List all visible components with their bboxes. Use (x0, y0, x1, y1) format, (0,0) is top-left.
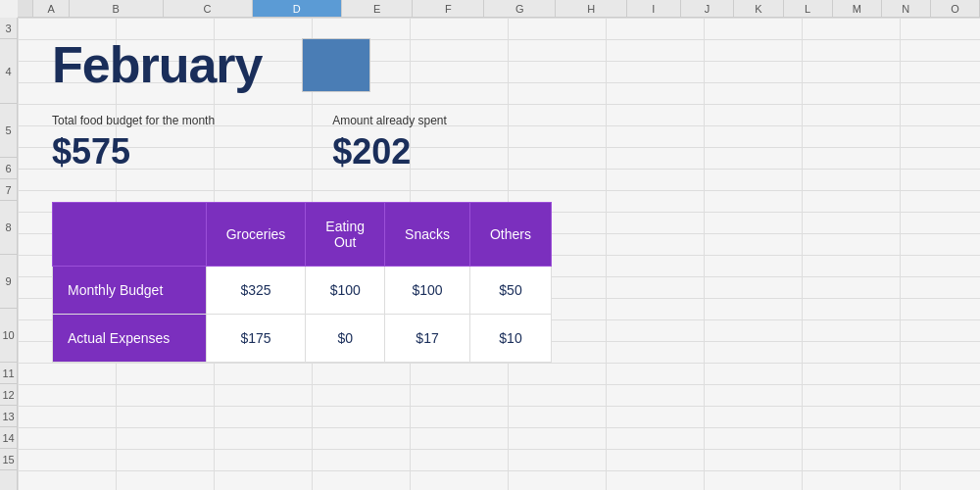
actual-expenses-others[interactable]: $10 (469, 315, 551, 363)
row-15: 15 (0, 449, 17, 470)
monthly-budget-groceries[interactable]: $325 (206, 267, 306, 315)
table-header-eating-out: Eating Out (306, 203, 385, 267)
budget-table: Groceries Eating Out Snacks Others Month… (52, 202, 552, 363)
column-headers: A B C D E F G H I J K L M N O (18, 0, 980, 18)
table-header-blank (53, 203, 207, 267)
col-header-d: D (253, 0, 342, 17)
row-3: 3 (0, 18, 17, 39)
monthly-budget-eating-out[interactable]: $100 (306, 267, 385, 315)
actual-expenses-snacks[interactable]: $17 (385, 315, 470, 363)
monthly-budget-others[interactable]: $50 (469, 267, 551, 315)
row-14: 14 (0, 427, 17, 449)
row-5: 5 (0, 104, 17, 158)
col-header-k: K (734, 0, 783, 17)
table-header-row: Groceries Eating Out Snacks Others (53, 203, 552, 267)
table-header-groceries: Groceries (206, 203, 306, 267)
table-row-monthly-budget: Monthly Budget $325 $100 $100 $50 (53, 267, 552, 315)
actual-expenses-groceries[interactable]: $175 (206, 315, 306, 363)
total-budget-item: Total food budget for the month $575 (52, 114, 215, 172)
actual-expenses-label: Actual Expenses (53, 315, 207, 363)
month-title: February (52, 35, 263, 94)
table-header-snacks: Snacks (385, 203, 470, 267)
row-headers: 3 4 5 6 7 8 9 10 11 12 13 14 15 (0, 18, 18, 490)
row-6: 6 (0, 158, 17, 179)
title-row: February (52, 35, 946, 94)
row-10: 10 (0, 309, 17, 363)
corner-cell (18, 0, 33, 17)
content-wrapper: February Total food budget for the month… (37, 27, 960, 370)
col-header-o: O (931, 0, 980, 17)
row-12: 12 (0, 384, 17, 406)
row-7: 7 (0, 179, 17, 201)
table-row-actual-expenses: Actual Expenses $175 $0 $17 $10 (53, 315, 552, 363)
col-header-e: E (342, 0, 414, 17)
color-swatch (302, 38, 370, 92)
row-11: 11 (0, 363, 17, 384)
col-header-c: C (164, 0, 253, 17)
total-budget-value: $575 (52, 131, 215, 172)
grid-area: 3 4 5 6 7 8 9 10 11 12 13 14 15 February (0, 18, 980, 490)
row-9: 9 (0, 255, 17, 309)
table-header-others: Others (469, 203, 551, 267)
col-header-n: N (882, 0, 931, 17)
col-header-l: L (784, 0, 833, 17)
amount-spent-label: Amount already spent (332, 114, 447, 127)
main-content: February Total food budget for the month… (18, 18, 980, 490)
row-8: 8 (0, 201, 17, 255)
col-header-i: I (627, 0, 681, 17)
amount-spent-item: Amount already spent $202 (332, 114, 447, 172)
col-header-f: F (413, 0, 484, 17)
col-header-g: G (484, 0, 556, 17)
spreadsheet: A B C D E F G H I J K L M N O 3 4 5 6 7 … (0, 0, 980, 490)
col-header-b: B (70, 0, 164, 17)
monthly-budget-label: Monthly Budget (53, 267, 207, 315)
budget-summary: Total food budget for the month $575 Amo… (52, 114, 946, 172)
col-header-j: J (681, 0, 735, 17)
row-4: 4 (0, 39, 17, 104)
row-13: 13 (0, 406, 17, 427)
actual-expenses-eating-out[interactable]: $0 (306, 315, 385, 363)
col-header-h: H (556, 0, 627, 17)
monthly-budget-snacks[interactable]: $100 (385, 267, 470, 315)
amount-spent-value: $202 (332, 131, 447, 172)
col-header-a: A (33, 0, 69, 17)
total-budget-label: Total food budget for the month (52, 114, 215, 127)
col-header-m: M (833, 0, 882, 17)
